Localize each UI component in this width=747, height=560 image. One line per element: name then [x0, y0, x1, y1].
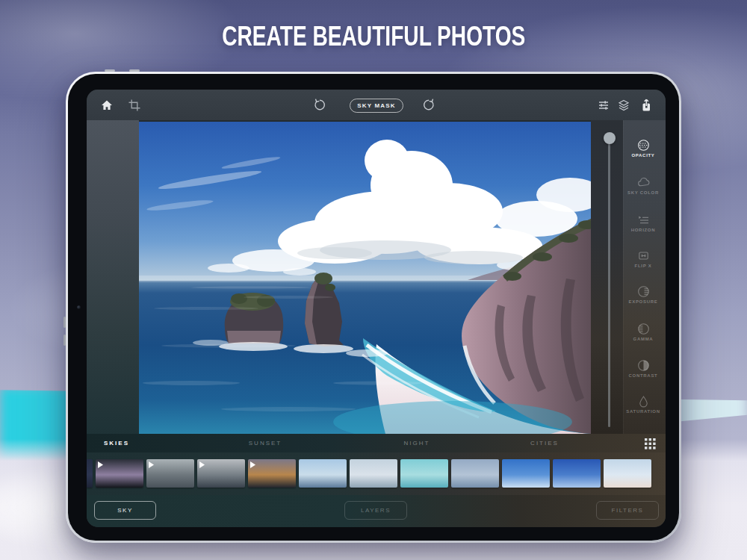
tab-cities[interactable]: CITIES: [530, 434, 559, 452]
tool-label: OPACITY: [621, 153, 666, 158]
premium-badge-icon: [98, 461, 103, 468]
tool-exposure[interactable]: EXPOSURE: [621, 285, 666, 304]
tool-flip-x[interactable]: FLIP X: [621, 249, 666, 268]
sky-mask-button[interactable]: SKY MASK: [350, 99, 403, 113]
tool-label: SKY COLOR: [621, 190, 666, 195]
premium-badge-icon: [250, 461, 255, 468]
sky-thumbnail-blue-cumulus[interactable]: [502, 459, 550, 488]
export-share-button[interactable]: [640, 90, 653, 120]
tool-saturation[interactable]: SATURATION: [621, 395, 666, 414]
top-toolbar: SKY MASK: [87, 90, 666, 120]
filters-mode-button[interactable]: FILTERS: [596, 501, 659, 520]
sky-mode-button[interactable]: SKY: [94, 501, 156, 520]
sky-thumbnail-pale-mountain-sky[interactable]: [350, 459, 397, 488]
sky-thumbnail-deep-blue-cloud[interactable]: [553, 459, 601, 488]
app-screen: SKY MASK: [87, 90, 666, 527]
ipad-device-frame: SKY MASK: [66, 72, 681, 543]
premium-badge-icon: [149, 461, 154, 468]
sky-thumbnail-storm-edge-partial[interactable]: [87, 459, 93, 488]
tool-horizon[interactable]: HORIZON: [621, 214, 666, 232]
saturation-icon: [621, 395, 666, 408]
tool-label: HORIZON: [621, 228, 666, 232]
sky-thumbnail-lightning-storm[interactable]: [96, 459, 143, 488]
volume-up-button: [105, 69, 115, 72]
canvas-left-margin: [87, 120, 139, 434]
opacity-slider-knob[interactable]: [604, 132, 616, 144]
tool-opacity[interactable]: OPACITY: [621, 139, 666, 158]
gamma-icon: [621, 323, 666, 335]
tool-label: SATURATION: [621, 409, 666, 414]
layers-icon[interactable]: [618, 90, 630, 120]
tools-sidebar: [623, 120, 666, 434]
category-tabbar: SKIES SUNSET NIGHT CITIES: [87, 434, 666, 452]
flip-x-icon: [621, 249, 666, 262]
front-camera: [77, 305, 81, 309]
sky-thumbnail-hazy-blue-clouds[interactable]: [451, 459, 499, 488]
horizon-icon: [621, 214, 666, 226]
side-button: [63, 335, 66, 346]
tool-label: EXPOSURE: [621, 299, 666, 304]
grid-view-button[interactable]: [644, 438, 656, 449]
crop-button[interactable]: [128, 90, 140, 120]
home-button[interactable]: [101, 90, 114, 120]
opacity-icon: [621, 139, 666, 152]
contrast-icon: [621, 359, 666, 372]
tool-sky-color[interactable]: SKY COLOR: [621, 176, 666, 195]
sky-thumbnail-gray-storm-swirl[interactable]: [146, 459, 194, 488]
tab-skies[interactable]: SKIES: [104, 434, 129, 452]
opacity-slider-track[interactable]: [608, 138, 610, 427]
tool-contrast[interactable]: CONTRAST: [621, 359, 666, 378]
adjustments-icon[interactable]: [598, 90, 610, 120]
redo-button[interactable]: [422, 90, 436, 120]
sky-thumbnail-sunset-storm[interactable]: [248, 459, 296, 488]
tool-label: FLIP X: [621, 264, 666, 268]
sky-thumbnail-rainbow-sky[interactable]: [604, 459, 651, 488]
sky-thumbnail-blue-sky-mountains[interactable]: [299, 459, 347, 488]
photo-canvas[interactable]: [139, 122, 591, 434]
tool-gamma[interactable]: GAMMA: [621, 323, 666, 341]
page-title: CREATE BEAUTIFUL PHOTOS: [0, 21, 747, 52]
side-button: [63, 317, 66, 328]
exposure-icon: [621, 285, 666, 298]
layers-mode-button[interactable]: LAYERS: [344, 501, 407, 520]
premium-badge-icon: [199, 461, 205, 468]
sky-thumbnail-supercell-storm[interactable]: [197, 459, 245, 488]
cloud-icon: [621, 176, 666, 189]
volume-down-button: [129, 69, 140, 72]
bottom-toolbar: SKY LAYERS FILTERS: [87, 495, 666, 527]
tool-label: GAMMA: [621, 337, 666, 341]
sky-thumbnail-teal-clouds[interactable]: [400, 459, 448, 488]
ipad-bezel: SKY MASK: [68, 74, 679, 541]
tool-label: CONTRAST: [621, 373, 666, 378]
tab-sunset[interactable]: SUNSET: [249, 434, 282, 452]
undo-button[interactable]: [313, 90, 327, 120]
tab-night[interactable]: NIGHT: [404, 434, 430, 452]
sky-thumbnail-strip: [87, 452, 666, 495]
